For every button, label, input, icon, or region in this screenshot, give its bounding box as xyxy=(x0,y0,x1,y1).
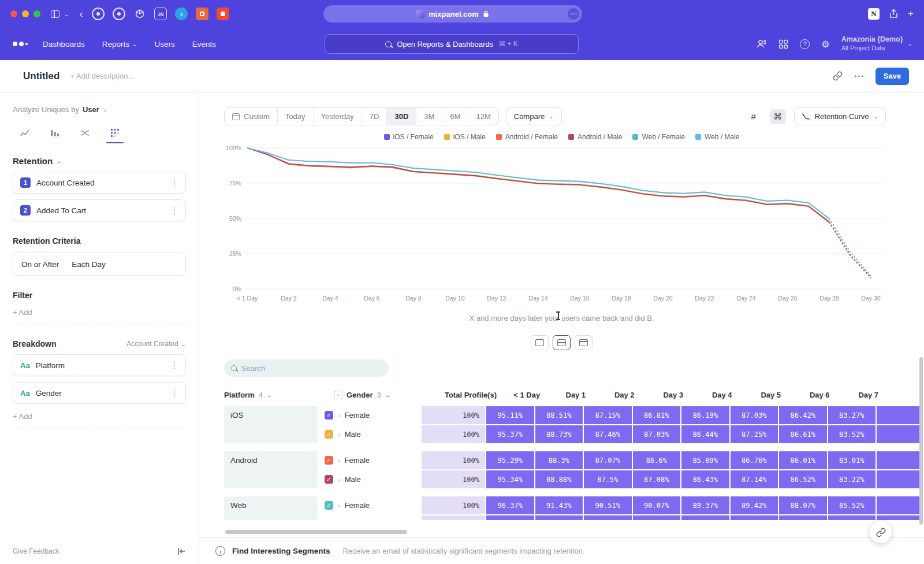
retention-value-cell[interactable]: 96.34% xyxy=(486,515,534,520)
annotations-icon[interactable]: # xyxy=(746,109,762,124)
red-app-favicon[interactable] xyxy=(217,8,229,20)
platform-cell[interactable]: Android xyxy=(224,451,318,488)
kebab-menu-icon[interactable]: ⋮ xyxy=(170,388,178,398)
date-range-3m[interactable]: 3M xyxy=(416,108,442,125)
legend-item-ios-male[interactable]: iOS / Male xyxy=(444,133,486,141)
retention-value-cell[interactable]: 88.51% xyxy=(535,406,583,424)
series-line-ios-female[interactable] xyxy=(247,148,829,222)
retention-value-cell[interactable]: 88.3% xyxy=(535,451,583,469)
retention-value-cell[interactable]: 87.46% xyxy=(584,425,632,443)
add-description[interactable]: + Add description... xyxy=(70,72,134,80)
date-range-6m[interactable]: 6M xyxy=(442,108,468,125)
series-checkbox[interactable]: ✓ xyxy=(325,430,333,439)
tab-retention[interactable] xyxy=(103,123,127,143)
share-link-fab[interactable] xyxy=(870,521,892,543)
series-line-ios-male[interactable] xyxy=(829,221,871,277)
horizontal-scrollbar[interactable] xyxy=(225,530,407,534)
retention-value-cell[interactable]: 83.52% xyxy=(828,425,876,443)
table-only-view-button[interactable] xyxy=(575,335,593,350)
gender-cell[interactable]: ✓›Female xyxy=(320,451,422,469)
chevron-right-icon[interactable]: › xyxy=(338,457,340,464)
retention-value-cell[interactable]: 87.15% xyxy=(584,406,632,424)
series-line-android-male[interactable] xyxy=(829,222,871,277)
criteria-mode[interactable]: On or After xyxy=(21,260,59,269)
notion-extension-icon[interactable]: N xyxy=(868,8,880,20)
retention-step-account-created[interactable]: 1Account Created⋮ xyxy=(13,172,186,194)
series-line-ios-female[interactable] xyxy=(829,222,871,277)
criteria-interval[interactable]: Each Day xyxy=(72,260,106,269)
record-favicon[interactable] xyxy=(113,8,125,20)
date-range-12m[interactable]: 12M xyxy=(468,108,498,125)
retention-value-cell[interactable]: 88.73% xyxy=(535,425,583,443)
retention-value-cell[interactable]: 87.03% xyxy=(731,406,778,424)
gender-cell[interactable]: ✓›Male xyxy=(320,515,422,520)
retention-value-cell[interactable]: 86.61% xyxy=(779,425,827,443)
find-segments-link[interactable]: Find Interesting Segments xyxy=(232,547,330,555)
share-icon[interactable] xyxy=(889,9,899,19)
platform-cell[interactable]: iOS xyxy=(224,406,318,443)
breakdown-context-dropdown[interactable]: Account Created ⌄ xyxy=(126,340,186,348)
retention-value-cell[interactable]: 90.51% xyxy=(584,496,632,514)
js-favicon[interactable]: JS xyxy=(154,8,167,20)
retention-value-cell[interactable]: 88.07% xyxy=(779,496,827,514)
legend-item-web-male[interactable]: Web / Male xyxy=(695,133,739,141)
tab-insights[interactable] xyxy=(13,123,37,143)
retention-value-cell[interactable]: 86.81% xyxy=(633,406,681,424)
retention-value-cell[interactable]: 87.07% xyxy=(584,451,632,469)
analyze-value[interactable]: User xyxy=(83,105,99,114)
tab-funnels[interactable] xyxy=(43,123,67,143)
gender-column-header[interactable]: – Gender 3 ⌄ xyxy=(334,391,438,399)
gender-cell[interactable]: ✓›Male xyxy=(320,470,422,488)
copy-link-icon[interactable] xyxy=(833,71,843,81)
back-icon[interactable]: ‹ xyxy=(79,8,83,20)
series-checkbox[interactable]: ✓ xyxy=(325,456,333,465)
series-line-web-female[interactable] xyxy=(829,219,871,276)
date-range-custom[interactable]: Custom xyxy=(225,108,278,125)
retention-value-cell[interactable]: 85.89% xyxy=(681,451,729,469)
retention-step-added-to-cart[interactable]: 2Added To Cart⋮ xyxy=(13,199,186,221)
retention-value-cell[interactable]: 95.11% xyxy=(486,406,534,424)
kebab-menu-icon[interactable]: ⋮ xyxy=(170,361,178,370)
retention-value-cell[interactable]: 86.52% xyxy=(779,470,827,488)
new-tab-button[interactable]: + xyxy=(908,8,914,20)
retention-value-cell[interactable]: 91.41% xyxy=(535,515,583,520)
chevron-right-icon[interactable]: › xyxy=(338,476,340,483)
legend-item-android-female[interactable]: Android / Female xyxy=(496,133,558,141)
retention-line-chart[interactable]: 100%75%50%25%0%< 1 DayDay 2Day 4Day 6Day… xyxy=(224,142,904,306)
retention-value-cell[interactable]: 88.2% xyxy=(779,515,827,520)
mixpanel-logo-icon[interactable] xyxy=(13,42,28,46)
tab-flows[interactable] xyxy=(73,123,97,143)
nav-item-reports[interactable]: Reports⌄ xyxy=(102,40,137,49)
date-range-7d[interactable]: 7D xyxy=(362,108,388,125)
cube-favicon[interactable] xyxy=(133,8,146,20)
series-line-web-male[interactable] xyxy=(829,218,871,276)
retention-value-cell[interactable]: 86.43% xyxy=(681,470,729,488)
retention-value-cell[interactable]: 86.01% xyxy=(779,451,827,469)
table-search[interactable] xyxy=(224,359,389,377)
nav-item-dashboards[interactable]: Dashboards xyxy=(43,40,85,49)
kebab-menu-icon[interactable]: ⋮ xyxy=(170,206,178,215)
shortcuts-icon[interactable]: ⌘ xyxy=(770,109,786,124)
split-view-button[interactable] xyxy=(553,335,571,350)
platform-column-header[interactable]: Platform 4 ⌄ xyxy=(224,391,334,399)
retention-value-cell[interactable]: 85.7% xyxy=(828,515,876,520)
date-range-yesterday[interactable]: Yesterday xyxy=(314,108,362,125)
retention-value-cell[interactable]: 95.29% xyxy=(486,451,534,469)
retention-value-cell[interactable]: 96.37% xyxy=(486,496,534,514)
retention-value-cell[interactable]: 86.44% xyxy=(681,425,729,443)
retention-value-cell[interactable]: 87.25% xyxy=(731,425,778,443)
platform-cell[interactable]: Web xyxy=(224,496,318,520)
retention-section-title[interactable]: Retention xyxy=(13,156,53,166)
compare-button[interactable]: Compare ⌄ xyxy=(506,107,562,125)
vertical-scrollbar[interactable] xyxy=(919,357,923,525)
help-icon[interactable]: ? xyxy=(800,39,810,49)
more-options-icon[interactable]: ⋯ xyxy=(854,70,864,82)
session-replay-icon[interactable] xyxy=(756,39,767,49)
retention-value-cell[interactable]: 91.43% xyxy=(535,496,583,514)
give-feedback-link[interactable]: Give Feedback xyxy=(13,547,59,555)
retention-value-cell[interactable]: 86.19% xyxy=(681,406,729,424)
minimize-window-button[interactable] xyxy=(22,10,29,17)
chart-only-view-button[interactable] xyxy=(531,335,549,350)
save-button[interactable]: Save xyxy=(875,68,909,85)
date-range-today[interactable]: Today xyxy=(278,108,314,125)
